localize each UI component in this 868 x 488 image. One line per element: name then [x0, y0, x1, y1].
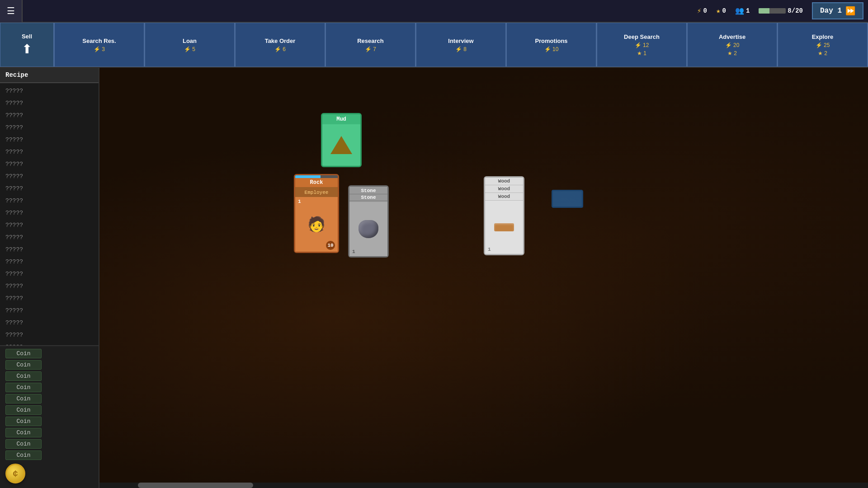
- research-button[interactable]: Research ⚡ 7: [326, 23, 416, 67]
- recipe-item[interactable]: ?????: [0, 122, 99, 134]
- coin-row: Coin: [0, 359, 99, 371]
- sell-button[interactable]: Sell ⬆: [0, 23, 54, 67]
- interview-label: Interview: [448, 38, 473, 44]
- game-area[interactable]: Mud Rock Employee 1 🧑 10: [99, 68, 868, 488]
- recipe-item[interactable]: ?????: [0, 268, 99, 280]
- coin-label[interactable]: Coin: [5, 417, 42, 426]
- recipe-item[interactable]: ?????: [0, 329, 99, 341]
- star-icon: ★: [716, 6, 721, 15]
- stats-bar: ⚡ 0 ★ 0 👥 1 8/20 Day 1 ⏩: [697, 2, 868, 19]
- horizontal-scrollbar[interactable]: [99, 483, 868, 488]
- recipe-item[interactable]: ?????: [0, 97, 99, 109]
- recipe-item[interactable]: ?????: [0, 85, 99, 97]
- wood-title-1: Wood: [485, 178, 523, 185]
- worker-stat: 👥 1: [735, 6, 750, 15]
- coin-row: Coin: [0, 393, 99, 404]
- interview-button[interactable]: Interview ⚡ 8: [416, 23, 506, 67]
- research-label: Research: [357, 38, 384, 44]
- recipe-item[interactable]: ?????: [0, 231, 99, 244]
- recipe-item[interactable]: ?????: [0, 183, 99, 195]
- worker-value: 1: [746, 7, 750, 14]
- recipe-item[interactable]: ?????: [0, 219, 99, 231]
- deep-search-stars: ★ 1: [637, 50, 646, 56]
- loan-button[interactable]: Loan ⚡ 5: [145, 23, 235, 67]
- recipe-item[interactable]: ?????: [0, 292, 99, 305]
- coin-label[interactable]: Coin: [5, 405, 42, 415]
- recipe-item[interactable]: ?????: [0, 146, 99, 158]
- coin-sprite[interactable]: ¢: [5, 464, 25, 483]
- blue-card-partial[interactable]: [552, 190, 583, 208]
- mud-card[interactable]: Mud: [321, 113, 362, 167]
- promotions-label: Promotions: [535, 38, 567, 44]
- wood-title-3: Wood: [485, 193, 523, 201]
- wood-sprite: [494, 223, 514, 231]
- star-value: 0: [722, 7, 726, 14]
- coin-label[interactable]: Coin: [5, 349, 42, 358]
- promotions-button[interactable]: Promotions ⚡ 10: [506, 23, 597, 67]
- loan-cost: ⚡ 5: [184, 46, 195, 52]
- recipe-item[interactable]: ?????: [0, 170, 99, 183]
- take-order-cost: ⚡ 6: [274, 46, 286, 52]
- recipe-item[interactable]: ?????: [0, 109, 99, 122]
- recipe-item[interactable]: ?????: [0, 195, 99, 207]
- advertise-label: Advertise: [719, 33, 745, 40]
- recipe-item[interactable]: ?????: [0, 317, 99, 329]
- lightning-stat: ⚡ 0: [697, 6, 707, 15]
- search-res-button[interactable]: Search Res. ⚡ 3: [54, 23, 145, 67]
- search-res-label: Search Res.: [82, 38, 116, 44]
- advertise-button[interactable]: Advertise ⚡ 20 ★ 2: [687, 23, 778, 67]
- recipe-item[interactable]: ?????: [0, 207, 99, 219]
- recipe-item[interactable]: ?????: [0, 305, 99, 317]
- recipe-item[interactable]: ?????: [0, 158, 99, 170]
- recipe-item[interactable]: ?????: [0, 134, 99, 146]
- advertise-stars: ★ 2: [727, 50, 737, 56]
- stone-sprite: [359, 220, 378, 238]
- explore-label: Explore: [812, 33, 834, 40]
- coin-label[interactable]: Coin: [5, 428, 42, 437]
- coin-label[interactable]: Coin: [5, 450, 42, 460]
- stone-title-rows: Stone Stone: [349, 187, 387, 202]
- rock-title: Rock: [310, 179, 323, 186]
- star-stat: ★ 0: [716, 6, 726, 15]
- recipe-item[interactable]: ?????: [0, 256, 99, 268]
- coin-row: Coin: [0, 404, 99, 416]
- action-bar: Sell ⬆ Search Res. ⚡ 3 Loan ⚡ 5 Take Ord…: [0, 23, 868, 68]
- coin-label[interactable]: Coin: [5, 371, 42, 381]
- deep-search-cost: ⚡ 12: [635, 42, 649, 48]
- deep-search-button[interactable]: Deep Search ⚡ 12 ★ 1: [597, 23, 687, 67]
- worker-icon: 👥: [735, 6, 744, 15]
- rock-number-br: 10: [326, 241, 335, 250]
- main-area: Recipe ?????????????????????????????????…: [0, 68, 868, 488]
- mud-card-title: Mud: [322, 114, 360, 124]
- coin-row: Coin: [0, 438, 99, 450]
- loan-label: Loan: [183, 38, 197, 44]
- recipe-list[interactable]: ????????????????????????????????????????…: [0, 83, 99, 345]
- recipe-item[interactable]: ?????: [0, 280, 99, 292]
- deep-search-label: Deep Search: [624, 33, 660, 40]
- coin-label[interactable]: Coin: [5, 439, 42, 449]
- take-order-button[interactable]: Take Order ⚡ 6: [235, 23, 326, 67]
- coin-row: Coin: [0, 371, 99, 382]
- advance-day-button[interactable]: ⏩: [845, 6, 855, 16]
- recipe-item[interactable]: ?????: [0, 341, 99, 345]
- coin-label[interactable]: Coin: [5, 394, 42, 404]
- explore-button[interactable]: Explore ⚡ 25 ★ 2: [778, 23, 868, 67]
- coin-label[interactable]: Coin: [5, 383, 42, 392]
- header: ☰ ⚡ 0 ★ 0 👥 1 8/20 Day 1 ⏩: [0, 0, 868, 23]
- wood-title-2: Wood: [485, 185, 523, 193]
- coin-row: Coin: [0, 382, 99, 393]
- sell-icon: ⬆: [22, 42, 32, 56]
- wood-card[interactable]: Wood Wood Wood 1: [484, 176, 524, 255]
- promotions-cost: ⚡ 10: [544, 46, 559, 52]
- menu-button[interactable]: ☰: [0, 0, 23, 22]
- coin-row: Coin: [0, 416, 99, 427]
- rock-person-sprite: 🧑: [307, 216, 326, 234]
- storage-bar: [759, 8, 786, 14]
- recipe-item[interactable]: ?????: [0, 244, 99, 256]
- scrollbar-thumb[interactable]: [138, 483, 253, 488]
- wood-body: 1: [485, 201, 523, 254]
- rock-employee-card[interactable]: Rock Employee 1 🧑 10: [294, 174, 339, 253]
- coin-row: Coin: [0, 427, 99, 438]
- stone-card[interactable]: Stone Stone 1: [348, 185, 389, 258]
- coin-label[interactable]: Coin: [5, 360, 42, 370]
